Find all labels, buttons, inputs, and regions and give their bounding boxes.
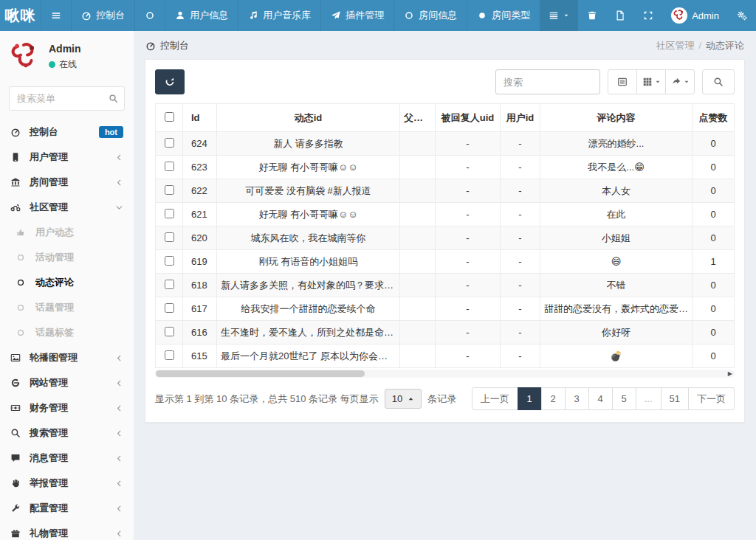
breadcrumb-left[interactable]: 控制台	[145, 39, 189, 52]
search-button[interactable]	[702, 69, 735, 94]
sidebar-item-carousel-manage[interactable]: 轮播图管理	[0, 345, 134, 370]
settings-button[interactable]	[728, 0, 756, 31]
cell-user_id: -	[501, 156, 540, 179]
cell-content: 我不是么...😁	[540, 156, 693, 179]
topnav-item-console[interactable]: 控制台	[71, 0, 134, 31]
user-avatar	[671, 7, 687, 24]
page-ellipsis: ...	[636, 387, 662, 410]
cell-likes: 0	[693, 179, 735, 203]
cell-reply_uid: -	[436, 250, 501, 274]
sidebar-item-finance-manage[interactable]: 财务管理	[0, 395, 134, 420]
select-all-checkbox[interactable]	[165, 112, 174, 122]
sidebar-subitem-topic-tags[interactable]: 话题标签	[0, 320, 134, 345]
app-logo[interactable]: 啾咪	[0, 0, 41, 31]
horizontal-scrollbar[interactable]: ▶	[155, 370, 735, 378]
toggle-view-button[interactable]	[608, 69, 637, 94]
sidebar-item-room-manage[interactable]: 房间管理	[0, 170, 134, 195]
sidebar-item-search-manage[interactable]: 搜索管理	[0, 420, 134, 446]
sidebar-subitem-moment-comments[interactable]: 动态评论	[0, 270, 134, 295]
circle-o-icon	[16, 278, 30, 287]
cell-likes: 0	[693, 274, 735, 297]
cell-content: 小姐姐	[540, 226, 693, 250]
topnav-item-user-info[interactable]: 用户信息	[165, 0, 238, 31]
topnav-item-user-music[interactable]: 用户音乐库	[238, 0, 320, 31]
refresh-button[interactable]	[155, 69, 185, 94]
cell-id: 617	[183, 297, 217, 321]
page-button[interactable]: 5	[612, 387, 636, 410]
app-root: 啾咪 控制台用户信息用户音乐库插件管理房间信息房间类型 Admin Admin …	[0, 0, 756, 540]
sidebar-item-gift-manage[interactable]: 礼物管理	[0, 521, 134, 540]
cell-parent	[400, 321, 436, 345]
topnav-item-plugin-manage[interactable]: 插件管理	[320, 0, 394, 31]
user-menu[interactable]: Admin	[662, 0, 728, 31]
mobile-icon	[10, 152, 24, 162]
row-checkbox[interactable]	[165, 209, 174, 218]
row-checkbox[interactable]	[165, 185, 174, 195]
page-button[interactable]: 4	[588, 387, 613, 410]
sidebar-menu: 控制台hot用户管理房间管理社区管理用户动态活动管理动态评论话题管理话题标签轮播…	[0, 120, 134, 540]
page-button[interactable]: 51	[661, 387, 689, 410]
columns-button[interactable]	[636, 69, 666, 94]
cell-likes: 0	[693, 321, 735, 345]
cell-parent	[400, 250, 436, 274]
sidebar-subitem-activity-manage[interactable]: 活动管理	[0, 245, 134, 270]
sidebar-subitem-user-moments[interactable]: 用户动态	[0, 220, 134, 245]
sidebar-subitem-label: 活动管理	[35, 251, 74, 264]
cell-reply_uid: -	[436, 297, 501, 321]
row-checkbox[interactable]	[165, 256, 174, 266]
scrollbar-thumb[interactable]	[156, 370, 365, 377]
page-button[interactable]: 上一页	[472, 387, 518, 410]
topnav-item-room-info[interactable]: 房间信息	[394, 0, 467, 31]
hot-badge: hot	[99, 126, 123, 138]
comments-table: Id动态id父级id被回复人uid用户id评论内容点赞数 624新人 请多多指教…	[155, 103, 735, 368]
circle-o-icon	[16, 253, 30, 262]
table-search-input[interactable]	[495, 69, 600, 94]
cell-reply_uid: -	[436, 179, 501, 203]
files-button[interactable]	[606, 0, 634, 31]
breadcrumb-trail: 社区管理/动态评论	[656, 39, 744, 52]
sidebar-item-community-manage[interactable]: 社区管理	[0, 195, 134, 220]
sidebar-item-message-manage[interactable]: 消息管理	[0, 446, 134, 471]
page-button[interactable]: 3	[565, 387, 589, 410]
sidebar-item-website-manage[interactable]: 网站管理	[0, 370, 134, 395]
page-button[interactable]: 1	[518, 387, 542, 410]
pagination-info: 显示第 1 到第 10 条记录，总共 510 条记录 每页显示 10 条记录	[155, 389, 456, 409]
row-checkbox[interactable]	[165, 138, 174, 148]
breadcrumb-section[interactable]: 社区管理	[656, 40, 694, 51]
page-button[interactable]: 下一页	[688, 387, 735, 410]
sidebar-search-input[interactable]	[9, 86, 125, 111]
fullscreen-button[interactable]	[634, 0, 662, 31]
sidebar-item-console[interactable]: 控制台hot	[0, 120, 134, 145]
topnav-item-circle[interactable]	[134, 0, 165, 31]
sidebar-subitem-topic-manage[interactable]: 话题管理	[0, 295, 134, 320]
scrollbar-right-arrow-icon[interactable]: ▶	[728, 370, 732, 378]
row-checkbox[interactable]	[165, 162, 174, 171]
trash-icon	[587, 10, 597, 21]
topnav-item-sidebar-toggle[interactable]	[41, 0, 71, 31]
page-size-select[interactable]: 10	[385, 389, 422, 409]
trash-button[interactable]	[578, 0, 606, 31]
chevron-left-icon	[115, 153, 123, 162]
cell-parent	[400, 203, 436, 226]
cell-id: 622	[183, 179, 217, 203]
sidebar-item-user-manage[interactable]: 用户管理	[0, 145, 134, 170]
chevron-left-icon	[115, 505, 123, 513]
bank-icon	[10, 177, 24, 187]
cell-user_id: -	[501, 250, 540, 274]
page-button[interactable]: 2	[541, 387, 566, 410]
row-checkbox[interactable]	[165, 327, 174, 336]
export-button[interactable]	[665, 69, 695, 94]
topnav-item-room-type[interactable]: 房间类型	[467, 0, 540, 31]
row-checkbox[interactable]	[165, 280, 174, 289]
row-checkbox[interactable]	[165, 232, 174, 242]
sidebar-item-report-manage[interactable]: 举报管理	[0, 471, 134, 496]
list-menu-button[interactable]	[540, 0, 578, 31]
row-checkbox[interactable]	[165, 303, 174, 313]
sidebar-item-config-manage[interactable]: 配置管理	[0, 496, 134, 521]
caret-up-icon	[408, 395, 414, 402]
sidebar-user-panel: Admin 在线	[0, 31, 134, 83]
motorcycle-icon	[10, 202, 24, 212]
table-row: 618新人请多多关照，有处对象的吗？要求：每个月都要给我买礼物🎁--不错0	[156, 274, 735, 297]
row-checkbox[interactable]	[165, 350, 174, 360]
cell-id: 624	[183, 132, 217, 156]
